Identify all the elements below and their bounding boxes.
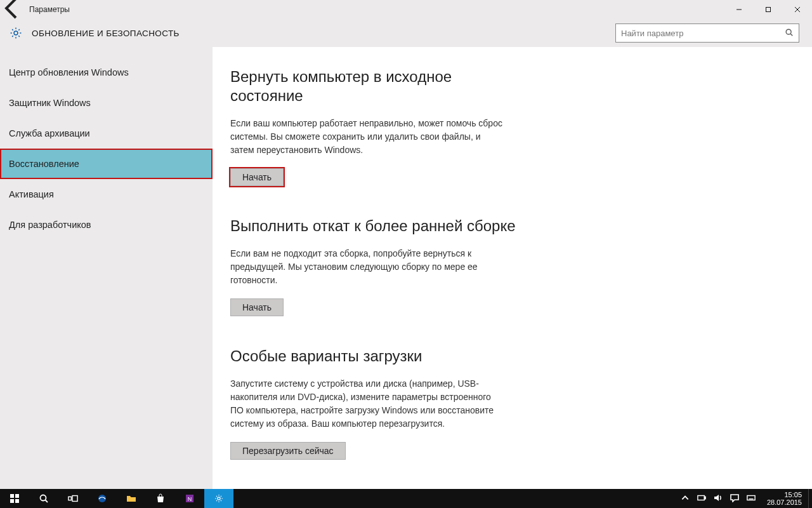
show-desktop-button[interactable] xyxy=(808,489,812,508)
svg-rect-17 xyxy=(698,496,705,500)
svg-rect-6 xyxy=(15,494,19,498)
svg-rect-12 xyxy=(72,496,77,502)
clock-date: 28.07.2015 xyxy=(767,498,802,506)
svg-line-10 xyxy=(46,500,48,503)
svg-rect-5 xyxy=(10,494,14,498)
section-title: ОБНОВЛЕНИЕ И БЕЗОПАСНОСТЬ xyxy=(32,29,180,38)
sidebar-item-label: Восстановление xyxy=(9,159,79,169)
svg-point-16 xyxy=(218,497,220,500)
task-view-button[interactable] xyxy=(58,489,88,508)
svg-line-4 xyxy=(790,34,792,36)
advanced-startup-heading: Особые варианты загрузки xyxy=(230,347,522,366)
sidebar-item-windows-update[interactable]: Центр обновления Windows xyxy=(0,57,213,88)
search-input[interactable]: Найти параметр xyxy=(615,23,799,43)
keyboard-icon[interactable] xyxy=(747,493,756,504)
sidebar-item-label: Активация xyxy=(9,189,54,199)
svg-rect-11 xyxy=(69,497,71,500)
clock-time: 15:05 xyxy=(767,491,802,498)
taskbar-search-button[interactable] xyxy=(29,489,58,508)
window-title: Параметры xyxy=(25,5,70,14)
taskbar-clock[interactable]: 15:05 28.07.2015 xyxy=(761,491,808,506)
reset-pc-text: Если ваш компьютер работает неправильно,… xyxy=(230,117,503,157)
titlebar: Параметры xyxy=(0,0,812,19)
battery-icon[interactable] xyxy=(697,493,706,504)
svg-rect-7 xyxy=(10,499,14,503)
gear-icon xyxy=(9,26,23,40)
svg-rect-18 xyxy=(704,497,705,499)
volume-icon[interactable] xyxy=(714,493,723,504)
tray-chevron-up-icon[interactable] xyxy=(681,493,690,504)
rollback-heading: Выполнить откат к более ранней сборке xyxy=(230,217,522,236)
svg-text:N: N xyxy=(188,496,192,502)
sidebar-item-recovery[interactable]: Восстановление xyxy=(0,149,213,179)
reset-pc-start-button[interactable]: Начать xyxy=(230,168,284,186)
sidebar-item-label: Центр обновления Windows xyxy=(9,67,129,77)
svg-point-3 xyxy=(786,29,791,34)
sidebar-item-activation[interactable]: Активация xyxy=(0,179,213,210)
sidebar-item-label: Служба архивации xyxy=(9,128,90,138)
svg-rect-1 xyxy=(766,8,771,12)
rollback-text: Если вам не подходит эта сборка, попробу… xyxy=(230,247,503,287)
file-explorer-taskbar-icon[interactable] xyxy=(117,489,146,508)
search-placeholder: Найти параметр xyxy=(621,29,785,38)
maximize-button[interactable] xyxy=(754,0,783,19)
sidebar-item-label: Для разработчиков xyxy=(9,220,91,230)
onenote-taskbar-icon[interactable]: N xyxy=(175,489,204,508)
advanced-startup-text: Запустите систему с устройства или диска… xyxy=(230,377,503,431)
close-button[interactable] xyxy=(783,0,812,19)
start-button[interactable] xyxy=(0,489,29,508)
taskbar: N 15:05 28.07.2015 xyxy=(0,489,812,508)
svg-rect-19 xyxy=(747,496,755,500)
sidebar-item-defender[interactable]: Защитник Windows xyxy=(0,88,213,118)
sidebar: Центр обновления Windows Защитник Window… xyxy=(0,47,213,489)
reset-pc-heading: Вернуть компьютер в исходное состояние xyxy=(230,67,522,105)
settings-taskbar-icon[interactable] xyxy=(204,489,233,508)
svg-point-9 xyxy=(41,495,46,501)
header-row: ОБНОВЛЕНИЕ И БЕЗОПАСНОСТЬ Найти параметр xyxy=(0,19,812,47)
restart-now-button[interactable]: Перезагрузить сейчас xyxy=(230,442,346,460)
sidebar-item-developers[interactable]: Для разработчиков xyxy=(0,210,213,240)
window-controls xyxy=(724,0,812,19)
search-icon xyxy=(785,28,794,39)
minimize-button[interactable] xyxy=(724,0,754,19)
edge-taskbar-icon[interactable] xyxy=(88,489,117,508)
system-tray[interactable] xyxy=(676,493,761,504)
content-pane: Вернуть компьютер в исходное состояние Е… xyxy=(213,47,812,489)
svg-point-2 xyxy=(14,31,18,35)
settings-window: Параметры ОБНОВЛЕНИЕ И БЕЗОПАСНОСТЬ Найт… xyxy=(0,0,812,489)
rollback-start-button[interactable]: Начать xyxy=(230,298,284,316)
sidebar-item-backup[interactable]: Служба архивации xyxy=(0,118,213,149)
action-center-icon[interactable] xyxy=(730,493,739,504)
sidebar-item-label: Защитник Windows xyxy=(9,98,91,108)
svg-rect-8 xyxy=(15,499,19,503)
store-taskbar-icon[interactable] xyxy=(146,489,175,508)
